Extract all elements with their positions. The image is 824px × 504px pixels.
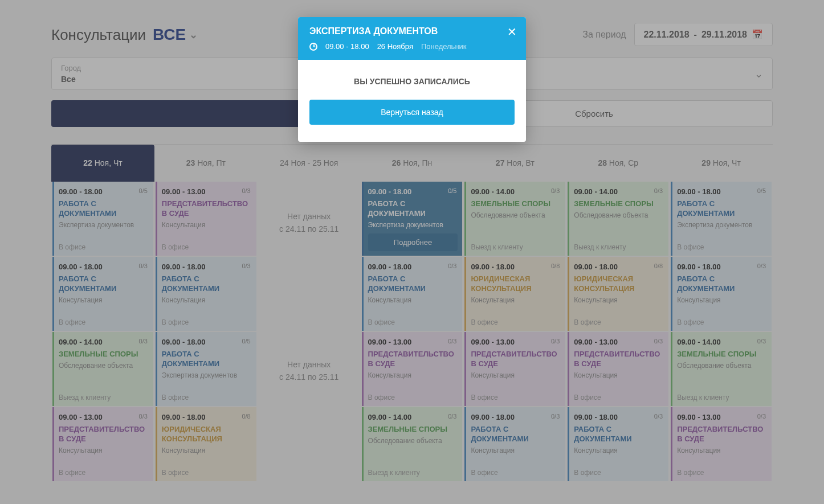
close-icon[interactable]: ✕	[507, 25, 517, 39]
clock-icon	[309, 43, 317, 51]
modal-overlay: ЭКСПЕРТИЗА ДОКУМЕНТОВ ✕ 09.00 - 18.00 26…	[0, 0, 824, 504]
modal-title: ЭКСПЕРТИЗА ДОКУМЕНТОВ	[309, 26, 515, 36]
success-message: ВЫ УСПЕШНО ЗАПИСАЛИСЬ	[309, 77, 515, 86]
modal-weekday: Понедельник	[421, 42, 467, 51]
back-button[interactable]: Вернуться назад	[309, 100, 515, 125]
modal-date: 26 Ноября	[377, 42, 413, 51]
success-modal: ЭКСПЕРТИЗА ДОКУМЕНТОВ ✕ 09.00 - 18.00 26…	[298, 17, 526, 142]
modal-time: 09.00 - 18.00	[325, 42, 369, 51]
